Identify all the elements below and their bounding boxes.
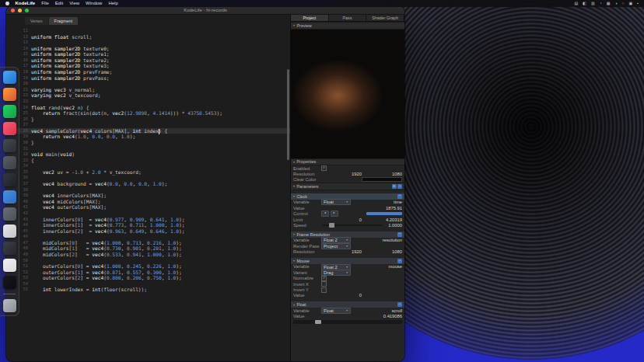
code-line[interactable]: 44 innerColors[1] = vec4(0.773, 0.711, 1…	[14, 222, 290, 228]
frameres-width[interactable]: 1920	[323, 249, 362, 254]
add-parameter-button[interactable]: +	[392, 184, 397, 189]
editor-scrollbar[interactable]	[287, 69, 289, 160]
code-line[interactable]: 22varying vec2 v_texcoord;	[14, 92, 290, 99]
code-line[interactable]: 17uniform sampler2D texture3;	[14, 63, 290, 69]
code-line[interactable]: 45 innerColors[2] = vec4(0.963, 0.649, 0…	[14, 228, 290, 235]
code-line[interactable]: 19uniform sampler2D prevPass;	[14, 75, 290, 82]
display-icon[interactable]: ◧	[583, 0, 586, 7]
code-line[interactable]: 16uniform sampler2D texture2;	[14, 57, 290, 64]
code-line[interactable]: 42	[14, 211, 290, 217]
bluetooth-icon[interactable]: ◔	[600, 0, 602, 7]
enabled-checkbox[interactable]: ✓	[321, 165, 327, 171]
float-variable-name[interactable]: scroll	[391, 308, 402, 313]
properties-header[interactable]: ▾ Properties	[291, 158, 404, 166]
menu-view[interactable]: View	[69, 0, 79, 7]
code-line[interactable]: 26}	[14, 117, 290, 123]
dock-icon-mail[interactable]	[3, 190, 16, 204]
panel-tab-shader-graph[interactable]: Shader Graph	[366, 15, 404, 21]
code-line[interactable]: 31	[14, 146, 290, 152]
clock-remove-button[interactable]: −	[397, 194, 402, 199]
apple-menu-icon[interactable]	[5, 2, 9, 5]
menu-help[interactable]: Help	[108, 0, 117, 7]
code-line[interactable]: 49 midColors[2] = vec4(0.533, 0.941, 1.0…	[14, 252, 290, 258]
clock-variable-name[interactable]: time	[394, 200, 402, 204]
search-icon[interactable]: ○	[621, 0, 624, 7]
float-remove-button[interactable]: −	[397, 302, 402, 307]
speed-slider[interactable]	[322, 225, 383, 226]
code-line[interactable]: 23	[14, 99, 290, 105]
code-line[interactable]: 25 return fract(sin(dot(n, vec2(12.9898,…	[14, 110, 290, 117]
dock-icon-cursor-app[interactable]	[3, 276, 16, 289]
clock-value-field[interactable]: 1875.91	[386, 206, 402, 211]
menu-window[interactable]: Window	[86, 0, 102, 7]
code-line[interactable]: 11	[14, 28, 290, 34]
dock-icon-music[interactable]	[3, 122, 16, 135]
dock-icon-browser[interactable]	[3, 88, 16, 101]
float-slider[interactable]	[293, 320, 402, 324]
frameres-height[interactable]: 1080	[363, 249, 402, 254]
limit-max-field[interactable]: 4.20319	[363, 218, 402, 222]
code-line[interactable]: 37 vec4 background = vec4(0.0, 0.0, 0.0,…	[14, 181, 290, 187]
dock-icon-trash[interactable]	[3, 299, 16, 312]
dock-icon-settings[interactable]	[3, 207, 16, 221]
remove-parameter-button[interactable]: −	[397, 184, 402, 189]
control-center-icon[interactable]: ▣	[628, 0, 632, 7]
code-line[interactable]: 27	[14, 122, 290, 128]
code-line[interactable]: 12uniform float scroll;	[14, 34, 290, 40]
code-line[interactable]: 55 int lowerIndex = int(floor(scroll));	[14, 287, 290, 293]
code-line[interactable]: 24float rand(vec2 n) {	[14, 105, 290, 111]
code-line[interactable]: 36	[14, 175, 290, 181]
dock-icon-pixelmator[interactable]	[3, 242, 16, 255]
clear-color-swatch[interactable]	[362, 177, 402, 182]
code-line[interactable]: 46	[14, 234, 290, 240]
window-title-bar[interactable]: KodeLife - hi-records	[6, 6, 404, 15]
wifi-icon[interactable]: ▦	[607, 0, 611, 7]
notification-center-icon[interactable]: ▪	[637, 0, 639, 7]
normalize-checkbox[interactable]: ✓	[321, 276, 327, 281]
dock-icon-photos[interactable]	[3, 225, 16, 238]
code-area[interactable]: 1112uniform float scroll;1314uniform sam…	[6, 25, 290, 361]
panel-tab-pass[interactable]: Pass	[329, 15, 367, 21]
code-line[interactable]: 14uniform sampler2D texture0;	[14, 46, 290, 52]
panel-tab-project[interactable]: Project	[291, 15, 329, 21]
code-line[interactable]: 30}	[14, 140, 290, 146]
menu-file[interactable]: File	[41, 0, 49, 7]
invert-y-checkbox[interactable]	[321, 287, 327, 293]
menu-kodelife[interactable]: KodeLife	[16, 0, 36, 7]
editor-tab-vertex[interactable]: Vertex	[25, 17, 48, 25]
code-line[interactable]: 28vec4 sampleColor(vec4 colors[MAX], int…	[14, 128, 290, 134]
resolution-height-field[interactable]: 1080	[363, 172, 402, 176]
menu-edit[interactable]: Edit	[55, 0, 63, 7]
code-line[interactable]: 50	[14, 258, 290, 264]
code-line[interactable]: 41 vec4 outerColors[MAX];	[14, 204, 290, 211]
resolution-width-field[interactable]: 1920	[323, 172, 362, 176]
code-line[interactable]: 54	[14, 281, 290, 287]
mouse-x-field[interactable]: 0	[323, 293, 362, 298]
speed-value[interactable]: 1.0000	[388, 223, 402, 228]
dock-icon-messages[interactable]	[3, 156, 16, 169]
frameres-variable-name[interactable]: resolution	[383, 238, 402, 242]
dock-icon-terminal[interactable]	[3, 173, 16, 186]
keyboard-icon[interactable]: ▤	[574, 0, 578, 7]
invert-x-checkbox[interactable]	[321, 281, 327, 287]
battery-icon[interactable]: ◑	[614, 0, 617, 7]
dock-icon-spotify[interactable]	[3, 105, 16, 118]
code-line[interactable]: 38	[14, 187, 290, 193]
parameters-header[interactable]: ▾ Parameters + −	[291, 183, 404, 190]
frame-resolution-remove-button[interactable]: −	[397, 232, 402, 237]
code-line[interactable]: 43 innerColors[0] = vec4(0.977, 0.909, 0…	[14, 217, 290, 223]
clock-scrub-bar[interactable]	[366, 212, 402, 216]
dock-icon-notes[interactable]	[3, 259, 16, 272]
code-line[interactable]: 47 midColors[0] = vec4(1.000, 0.713, 0.2…	[14, 240, 290, 246]
dock-icon-discord[interactable]	[3, 139, 16, 152]
code-line[interactable]: 51 outerColors[0] = vec4(1.000, 0.245, 0…	[14, 263, 290, 270]
preview-header[interactable]: ▾ Preview	[291, 22, 404, 30]
float-slider-thumb[interactable]	[315, 320, 321, 324]
code-line[interactable]: 40 vec4 midColors[MAX];	[14, 199, 290, 205]
code-line[interactable]: 33{	[14, 158, 290, 164]
code-line[interactable]: 53 outerColors[2] = vec4(0.800, 0.206, 0…	[14, 275, 290, 281]
mouse-variable-name[interactable]: mouse	[389, 264, 402, 269]
code-line[interactable]: 21varying vec3 v_normal;	[14, 87, 290, 93]
mouse-remove-button[interactable]: −	[397, 259, 402, 263]
code-line[interactable]: 52 outerColors[1] = vec4(0.871, 0.557, 0…	[14, 270, 290, 276]
